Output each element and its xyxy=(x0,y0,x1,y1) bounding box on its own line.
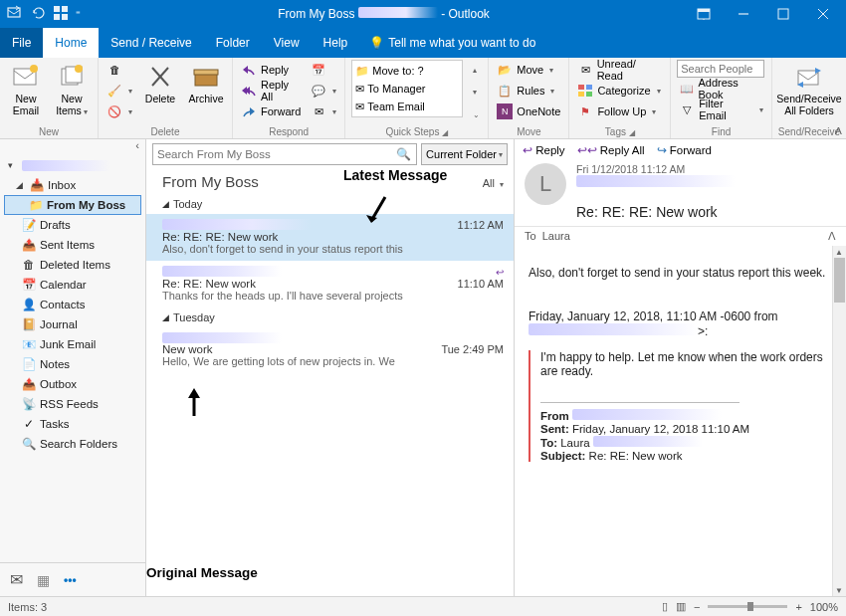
reply-button[interactable]: Reply xyxy=(239,60,303,80)
unread-read-button[interactable]: ✉Unread/ Read xyxy=(575,60,664,80)
tab-folder[interactable]: Folder xyxy=(204,28,262,58)
nav-bar: ✉ ▦ ••• xyxy=(0,562,145,596)
svg-rect-2 xyxy=(62,6,68,12)
view-reading-icon[interactable]: ▥ xyxy=(676,600,686,613)
tab-send-receive[interactable]: Send / Receive xyxy=(99,28,203,58)
folder-sent-items[interactable]: 📤Sent Items xyxy=(4,235,141,255)
message-item-1[interactable]: ↩ Re: RE: New work11:10 AM Thanks for th… xyxy=(146,261,514,308)
folder-drafts[interactable]: 📝Drafts xyxy=(4,215,141,235)
filter-email-button[interactable]: ▽Filter Email▾ xyxy=(677,100,765,119)
scroll-thumb[interactable] xyxy=(834,258,845,303)
scroll-down-icon[interactable]: ▼ xyxy=(832,584,846,596)
collapse-ribbon-icon[interactable]: ᐱ xyxy=(835,125,842,136)
categorize-button[interactable]: Categorize▾ xyxy=(575,81,664,101)
close-button[interactable] xyxy=(806,2,840,26)
folder-search-folders[interactable]: 🔍Search Folders xyxy=(4,434,141,454)
rules-button[interactable]: 📋Rules▾ xyxy=(495,81,562,101)
search-people-input[interactable] xyxy=(677,60,764,78)
folder-journal[interactable]: 📔Journal xyxy=(4,314,141,334)
message-item-0[interactable]: 11:12 AM Re: RE: RE: New work Also, don'… xyxy=(146,214,514,261)
folder-inbox[interactable]: ◢📥Inbox xyxy=(4,175,141,195)
message-date: Fri 1/12/2018 11:12 AM xyxy=(576,163,836,175)
search-scope-dropdown[interactable]: Current Folder▾ xyxy=(421,143,508,165)
read-forward-button[interactable]: ↪ Forward xyxy=(657,143,712,157)
trash-icon: 🗑 xyxy=(22,258,36,272)
account-root[interactable]: ▾ xyxy=(4,155,141,175)
scroll-up-icon[interactable]: ▲ xyxy=(832,246,846,258)
move-button[interactable]: 📂Move▾ xyxy=(495,60,562,80)
folder-tasks[interactable]: ✓Tasks xyxy=(4,414,141,434)
tell-me-search[interactable]: 💡 Tell me what you want to do xyxy=(359,28,535,58)
ribbon: New Email New Items▾ New 🗑 🧹▾ 🚫▾ Delete … xyxy=(0,58,846,139)
reading-scrollbar[interactable]: ▲ ▼ xyxy=(832,246,846,596)
mail-module-icon[interactable]: ✉ xyxy=(10,570,23,589)
forward-icon: ↪ xyxy=(657,144,667,156)
maximize-button[interactable] xyxy=(766,2,800,26)
qat-undo-icon[interactable] xyxy=(30,5,46,24)
folder-rss[interactable]: 📡RSS Feeds xyxy=(4,394,141,414)
filter-dropdown[interactable]: All ▾ xyxy=(483,177,504,189)
quick-steps-gallery[interactable]: 📁Move to: ? ✉To Manager ✉Team Email xyxy=(351,60,463,117)
quick-steps-up[interactable]: ▴ xyxy=(469,60,482,80)
svg-rect-1 xyxy=(54,6,60,12)
folder-from-my-boss[interactable]: 📁From My Boss xyxy=(4,195,141,215)
annotation-original: Original Message xyxy=(146,565,258,580)
folder-outbox[interactable]: 📤Outbox xyxy=(4,374,141,394)
folder-deleted-items[interactable]: 🗑Deleted Items xyxy=(4,255,141,275)
forward-button[interactable]: Forward xyxy=(239,102,303,121)
quick-steps-more[interactable]: ⌄ xyxy=(469,104,482,124)
tab-help[interactable]: Help xyxy=(312,28,360,58)
expand-header-icon[interactable]: ᐱ xyxy=(828,230,836,243)
move-icon: 📂 xyxy=(497,62,513,78)
qat-grid-icon[interactable] xyxy=(54,6,68,23)
calendar-module-icon[interactable]: ▦ xyxy=(37,572,50,588)
search-mail-box[interactable]: 🔍 xyxy=(152,143,417,165)
more-modules-icon[interactable]: ••• xyxy=(64,573,77,587)
junk-button[interactable]: 🚫▾ xyxy=(105,102,134,121)
group-label-move: Move xyxy=(489,126,568,137)
meeting-button[interactable]: 📅 xyxy=(309,60,338,80)
filter-icon: ▽ xyxy=(679,102,695,117)
reply-all-icon: ↩↩ xyxy=(577,144,597,156)
tab-home[interactable]: Home xyxy=(43,28,99,58)
quick-steps-down[interactable]: ▾ xyxy=(469,83,482,103)
folder-junk[interactable]: 📧Junk Email xyxy=(4,334,141,354)
ribbon-options-icon[interactable] xyxy=(687,2,721,26)
reply-all-button[interactable]: Reply All xyxy=(239,81,303,101)
outbox-icon: 📤 xyxy=(22,377,36,391)
folder-calendar[interactable]: 📅Calendar xyxy=(4,275,141,295)
search-mail-input[interactable] xyxy=(153,148,391,160)
group-today[interactable]: ◢Today xyxy=(146,194,514,214)
delete-button[interactable]: Delete xyxy=(140,60,180,124)
archive-button[interactable]: Archive xyxy=(186,60,226,124)
collapse-folder-pane[interactable]: ‹ xyxy=(0,139,145,153)
svg-rect-4 xyxy=(62,14,68,20)
folder-contacts[interactable]: 👤Contacts xyxy=(4,295,141,314)
view-normal-icon[interactable]: ▯ xyxy=(662,600,668,613)
tasks-icon: ✓ xyxy=(22,417,36,431)
more-respond-button[interactable]: ✉▾ xyxy=(309,102,338,121)
folder-notes[interactable]: 📄Notes xyxy=(4,354,141,374)
address-book-button[interactable]: 📖Address Book xyxy=(677,79,765,99)
send-receive-all-button[interactable]: Send/Receive All Folders xyxy=(778,60,840,124)
read-reply-all-button[interactable]: ↩↩ Reply All xyxy=(577,143,645,157)
ignore-button[interactable]: 🗑 xyxy=(105,60,134,80)
zoom-in-icon[interactable]: + xyxy=(795,601,801,613)
new-items-icon xyxy=(57,62,87,92)
followup-button[interactable]: ⚑Follow Up▾ xyxy=(575,102,664,121)
new-email-button[interactable]: New Email xyxy=(6,60,46,124)
onenote-button[interactable]: NOneNote xyxy=(495,102,562,121)
search-icon[interactable]: 🔍 xyxy=(391,147,416,161)
im-button[interactable]: 💬▾ xyxy=(309,81,338,101)
zoom-slider[interactable] xyxy=(708,605,787,608)
group-tuesday[interactable]: ◢Tuesday xyxy=(146,308,514,327)
zoom-out-icon[interactable]: − xyxy=(694,601,700,613)
qat-send-receive-icon[interactable] xyxy=(6,5,22,24)
minimize-button[interactable] xyxy=(727,2,760,26)
new-items-button[interactable]: New Items▾ xyxy=(52,60,92,124)
read-reply-button[interactable]: ↩ Reply xyxy=(523,143,565,157)
tab-view[interactable]: View xyxy=(262,28,312,58)
tab-file[interactable]: File xyxy=(0,28,43,58)
message-item-2[interactable]: New workTue 2:49 PM Hello, We are gettin… xyxy=(146,327,514,373)
clean-up-button[interactable]: 🧹▾ xyxy=(105,81,134,101)
